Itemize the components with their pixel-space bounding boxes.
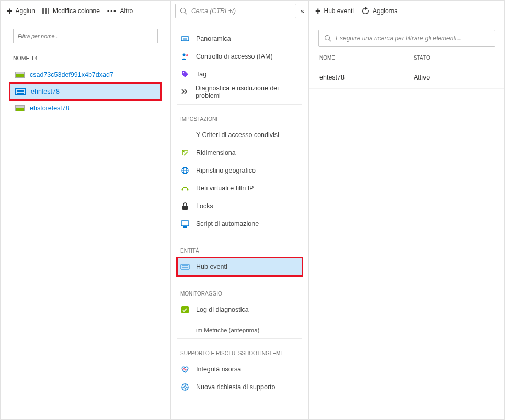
resource-item[interactable]: ehstoretest78 — [10, 100, 161, 117]
menu-item-label: Ridimensiona — [196, 149, 236, 156]
column-header-name[interactable]: NOME T4 — [1, 48, 170, 66]
svg-point-9 — [186, 54, 188, 56]
svg-point-24 — [184, 386, 186, 388]
logs-icon — [180, 305, 190, 314]
menu-item-controllo-di-accesso-iam-[interactable]: Controllo di accesso (IAM) — [177, 48, 302, 65]
svg-point-14 — [181, 189, 183, 190]
key-icon — [180, 130, 190, 140]
menu-search-row: Cerca (CTRL+/) « — [171, 1, 308, 21]
menu-item-nuova-richiesta-di-supporto[interactable]: Nuova richiesta di supporto — [177, 378, 302, 396]
th-name[interactable]: NOME — [319, 55, 414, 61]
lock-icon — [180, 201, 190, 211]
add-event-hub-label: Hub eventi — [324, 7, 354, 15]
svg-rect-16 — [182, 206, 188, 210]
menu-item-panoramica[interactable]: Panoramica — [177, 30, 302, 48]
add-button[interactable]: + Aggiun — [7, 6, 35, 16]
menu-search-input[interactable]: Cerca (CTRL+/) — [175, 4, 296, 18]
svg-rect-19 — [181, 264, 189, 269]
edit-columns-label: Modifica colonne — [53, 7, 100, 15]
menu-item-label: Nuova richiesta di supporto — [196, 383, 275, 391]
svg-rect-5 — [181, 37, 189, 41]
section-support: SUPPORTO E RISOLULSSHOOTINGLEMI — [171, 339, 308, 359]
menu-item-label: Y Criteri di accesso condivisi — [196, 131, 279, 139]
support-icon — [180, 382, 190, 392]
svg-rect-17 — [181, 221, 189, 226]
menu-item-locks[interactable]: Locks — [177, 197, 302, 215]
menu-item-label: Reti virtuali e filtri IP — [196, 185, 254, 192]
svg-rect-2 — [48, 8, 49, 14]
td-name: ehtest78 — [319, 74, 414, 81]
menu-search-placeholder: Cerca (CTRL+/) — [191, 7, 236, 15]
refresh-icon — [361, 7, 370, 15]
eventhub-icon — [15, 88, 26, 95]
svg-point-15 — [187, 189, 188, 190]
left-toolbar: + Aggiun Modifica colonne ••• Altro — [1, 1, 170, 21]
resource-item-label: ehntest78 — [31, 88, 60, 95]
storage-icon — [15, 72, 25, 78]
overview-icon — [180, 34, 190, 43]
menu-item-label: Log di diagnostica — [196, 306, 249, 313]
search-icon — [324, 35, 331, 42]
menu-item-script-di-automazione[interactable]: Script di automazione — [177, 215, 302, 233]
svg-rect-1 — [45, 8, 47, 14]
td-state: Attivo — [414, 74, 430, 81]
diag-icon — [180, 87, 189, 97]
svg-rect-0 — [42, 8, 44, 14]
edit-columns-button[interactable]: Modifica colonne — [42, 7, 100, 15]
filter-elements-placeholder: Eseguire una ricerca per filtrare gli el… — [336, 35, 462, 42]
menu-item-ridimensiona[interactable]: Ridimensiona — [177, 144, 302, 162]
add-label: Aggiun — [16, 7, 35, 15]
section-settings: IMPOSTAZIONI — [171, 105, 308, 125]
resource-item-label: ehstoretest78 — [30, 105, 70, 112]
add-event-hub-button[interactable]: + Hub eventi — [315, 6, 354, 16]
right-toolbar: + Hub eventi Aggiorna — [309, 1, 504, 21]
menu-item-tag[interactable]: Tag — [177, 65, 302, 83]
resource-list-panel: + Aggiun Modifica colonne ••• Altro NOME… — [1, 1, 171, 419]
svg-point-3 — [181, 8, 186, 13]
menu-item-label: Ripristino geografico — [196, 167, 256, 174]
table-row[interactable]: ehtest78Attivo — [309, 66, 504, 89]
menu-item-label: Tag — [196, 71, 206, 78]
svg-line-4 — [185, 12, 187, 14]
menu-item-label: Integrità risorsa — [196, 366, 241, 373]
menu-item-log-di-diagnostica[interactable]: Log di diagnostica — [177, 301, 302, 319]
ellipsis-icon: ••• — [107, 7, 117, 15]
menu-item-label: Hub eventi — [196, 263, 227, 270]
th-state[interactable]: STATO — [414, 55, 430, 61]
resource-item-label: csad73c53def991x4b7dxad7 — [30, 71, 113, 78]
menu-item-hub-eventi[interactable]: Hub eventi — [177, 258, 302, 276]
iam-icon — [180, 52, 190, 61]
filter-input[interactable] — [18, 33, 153, 39]
resource-menu-panel: Cerca (CTRL+/) « PanoramicaControllo di … — [171, 1, 309, 419]
resize-icon — [180, 148, 190, 157]
svg-rect-18 — [183, 226, 187, 228]
menu-item-label: Script di automazione — [196, 220, 259, 228]
resource-item[interactable]: csad73c53def991x4b7dxad7 — [10, 66, 161, 83]
menu-item-label: Panoramica — [196, 35, 231, 42]
svg-point-8 — [183, 54, 186, 56]
svg-point-10 — [183, 72, 184, 73]
more-button[interactable]: ••• Altro — [107, 7, 133, 15]
menu-item-diagnostica-e-risoluzione-dei-[interactable]: Diagnostica e risoluzione dei problemi — [177, 83, 302, 101]
vnet-icon — [180, 184, 190, 193]
menu-item-label: Diagnostica e risoluzione dei problemi — [196, 85, 299, 99]
storage-icon — [15, 105, 25, 111]
refresh-button[interactable]: Aggiorna — [361, 7, 398, 15]
section-entities: ENTITÀ — [171, 236, 308, 257]
menu-item-integrit-risorsa[interactable]: Integrità risorsa — [177, 360, 302, 378]
resource-item[interactable]: ehntest78 — [10, 83, 161, 100]
menu-item-y-criteri-di-accesso-condivisi[interactable]: Y Criteri di accesso condivisi — [177, 126, 302, 144]
eventhub-icon — [180, 262, 190, 271]
collapse-icon[interactable]: « — [301, 7, 304, 15]
health-icon — [180, 365, 190, 374]
tag-icon — [180, 70, 190, 79]
filter-elements-input[interactable]: Eseguire una ricerca per filtrare gli el… — [318, 30, 495, 47]
svg-line-30 — [329, 40, 331, 42]
menu-item-reti-virtuali-e-filtri-ip[interactable]: Reti virtuali e filtri IP — [177, 179, 302, 197]
section-monitoring: MONITORAGGIO — [171, 279, 308, 300]
monitoring-sub[interactable]: im Metriche (anteprima) — [177, 322, 302, 339]
geo-icon — [180, 166, 190, 175]
script-icon — [180, 219, 190, 229]
filter-input-wrapper[interactable] — [13, 29, 158, 43]
menu-item-ripristino-geografico[interactable]: Ripristino geografico — [177, 162, 302, 179]
